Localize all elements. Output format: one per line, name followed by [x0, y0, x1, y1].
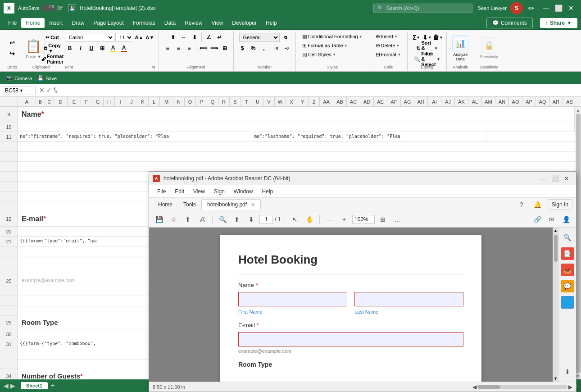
pdf-scroll-right-button[interactable]: ▶: [568, 384, 572, 390]
row-25[interactable]: 25: [0, 276, 18, 286]
row-12[interactable]: [0, 142, 18, 152]
col-j[interactable]: J: [126, 97, 137, 106]
combobox-code-cell[interactable]: {{{form={"type": "combobox",: [18, 339, 162, 349]
row-19[interactable]: 19: [0, 211, 18, 227]
col-ak[interactable]: AK: [455, 97, 468, 106]
format-painter-button[interactable]: 🖌Format Painter: [47, 54, 57, 64]
col-e[interactable]: E: [68, 97, 81, 106]
pdf-more-button[interactable]: ...: [391, 213, 404, 226]
pdf-close-button[interactable]: ✕: [561, 173, 572, 184]
comments-button[interactable]: 💬 Comments: [486, 18, 533, 28]
search-input[interactable]: [386, 5, 458, 11]
row-24[interactable]: [0, 266, 18, 276]
sheet-tab-1[interactable]: Sheet1: [21, 382, 48, 389]
comma-button[interactable]: ,: [259, 43, 269, 53]
merge-button[interactable]: ⊞: [220, 43, 230, 53]
row-18[interactable]: [0, 201, 18, 211]
row-10[interactable]: 10: [0, 122, 18, 132]
text-angle-button[interactable]: ∠: [204, 32, 213, 42]
col-ad[interactable]: AD: [360, 97, 374, 106]
restore-button[interactable]: ⬜: [552, 2, 565, 14]
menu-view[interactable]: View: [207, 18, 228, 28]
copy-button[interactable]: ⧉Copy ▼: [47, 43, 57, 53]
pdf-menu-help[interactable]: Help: [258, 187, 278, 196]
row-9[interactable]: 9: [0, 107, 18, 122]
pdf-bookmark-button[interactable]: ☆: [167, 213, 180, 226]
cancel-formula-icon[interactable]: ✕: [39, 87, 45, 94]
col-q[interactable]: Q: [207, 97, 218, 106]
cell-reference[interactable]: BC58 ▼: [2, 86, 33, 95]
row-29[interactable]: 29: [0, 316, 18, 329]
pdf-side-export-button[interactable]: 📤: [561, 264, 574, 276]
row-13[interactable]: [0, 152, 18, 162]
pdf-scroll-thumb[interactable]: [554, 235, 558, 262]
pdf-share-link-button[interactable]: 🔗: [531, 213, 544, 226]
col-m[interactable]: M: [160, 97, 173, 106]
col-n[interactable]: N: [173, 97, 185, 106]
menu-review[interactable]: Review: [180, 18, 207, 28]
pdf-zoom-minus-button[interactable]: —: [323, 213, 336, 226]
col-ag[interactable]: AG: [401, 97, 414, 106]
row-32[interactable]: [0, 349, 18, 359]
row-23[interactable]: [0, 256, 18, 266]
pdf-vertical-scrollbar[interactable]: ▲ ▼: [553, 228, 558, 382]
pdf-page-input[interactable]: [259, 215, 273, 224]
pdf-restore-button[interactable]: ⬜: [549, 173, 561, 184]
increase-decimal-button[interactable]: +0: [271, 43, 281, 53]
col-f[interactable]: F: [81, 97, 92, 106]
row-22[interactable]: [0, 246, 18, 256]
pdf-tab-document[interactable]: hotelbooking.pdf ✕: [201, 199, 261, 210]
autosave-toggle[interactable]: [41, 5, 55, 11]
col-ab[interactable]: AB: [333, 97, 347, 106]
currency-button[interactable]: $: [237, 43, 247, 53]
row-17[interactable]: [0, 191, 18, 201]
scroll-thumb[interactable]: [576, 114, 581, 373]
number-format-dialog[interactable]: ⧉: [281, 32, 290, 42]
borders-button[interactable]: ⊞: [97, 43, 107, 53]
customize-icon[interactable]: ✏: [527, 2, 536, 14]
sheet-cell[interactable]: Name *: [18, 107, 162, 122]
pdf-upload-button[interactable]: ⬆: [182, 213, 194, 226]
menu-insert[interactable]: Insert: [45, 18, 67, 28]
menu-data[interactable]: Data: [160, 18, 180, 28]
col-i[interactable]: I: [115, 97, 126, 106]
col-h[interactable]: H: [104, 97, 115, 106]
row-14[interactable]: [0, 162, 18, 172]
col-d[interactable]: D: [54, 97, 68, 106]
close-button[interactable]: ✕: [565, 2, 577, 14]
font-size-selector[interactable]: 11: [115, 33, 133, 42]
sheet-cell-code2[interactable]: me":"lastname", "required": true, "place…: [252, 132, 486, 141]
pdf-zoom-plus-button[interactable]: +: [338, 213, 350, 226]
col-aq[interactable]: AQ: [536, 97, 549, 106]
pdf-side-scroll-down[interactable]: ⬇: [561, 365, 574, 378]
pdf-menu-window[interactable]: Window: [229, 187, 258, 196]
cut-button[interactable]: ✂Cut: [47, 32, 57, 42]
format-table-button[interactable]: ⊞ Format as Table ▼: [300, 41, 350, 50]
pdf-zoom-input[interactable]: [352, 215, 375, 224]
pdf-menu-file[interactable]: File: [153, 187, 170, 196]
indent-increase-button[interactable]: ⟹: [209, 43, 219, 53]
camera-button[interactable]: 📷 Camera: [4, 74, 35, 82]
pdf-menu-sign[interactable]: Sign: [209, 187, 229, 196]
pdf-help-button[interactable]: ?: [515, 198, 528, 211]
sheet-cell-code1[interactable]: ne":"firstname", "required": true, "plac…: [18, 132, 252, 141]
sheet-cell[interactable]: [18, 329, 162, 339]
row-34[interactable]: 34: [0, 369, 18, 379]
col-ar[interactable]: AR: [549, 97, 563, 106]
row-11[interactable]: 11: [0, 132, 18, 142]
format-button[interactable]: ⊟ Format ▼: [373, 50, 404, 59]
align-middle-button[interactable]: ↔: [179, 32, 189, 42]
scroll-down-button[interactable]: ▼: [576, 374, 581, 378]
pdf-firstname-input[interactable]: [238, 292, 347, 306]
col-u[interactable]: U: [252, 97, 263, 106]
row-33[interactable]: [0, 359, 18, 369]
align-left-button[interactable]: ≡: [163, 43, 172, 53]
col-ac[interactable]: AC: [347, 97, 360, 106]
row-16[interactable]: [0, 182, 18, 191]
menu-formulas[interactable]: Formulas: [128, 18, 160, 28]
col-aa[interactable]: AA: [320, 97, 333, 106]
pdf-cursor-button[interactable]: ↖: [289, 213, 301, 226]
conditional-formatting-button[interactable]: ▦ Conditional Formatting ▼: [300, 32, 365, 41]
shrink-font-button[interactable]: A▼: [145, 32, 155, 42]
sheet-cell[interactable]: [18, 227, 162, 236]
